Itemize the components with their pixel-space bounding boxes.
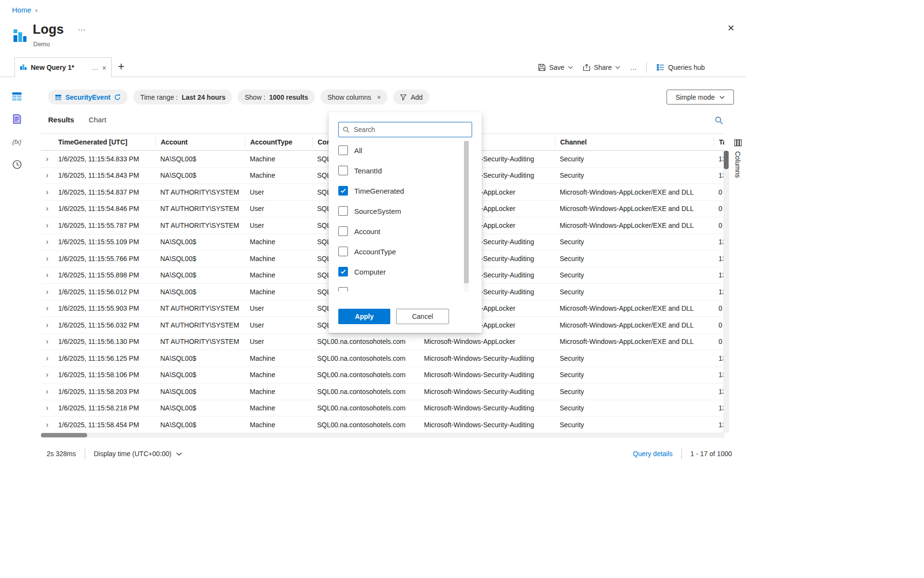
column-checkbox[interactable] <box>338 287 348 291</box>
column-options-list: All TenantId TimeGenerated SourceSystem … <box>329 140 482 291</box>
breadcrumb-home-link[interactable]: Home <box>12 6 31 14</box>
row-expand-chevron-icon[interactable]: › <box>41 204 53 213</box>
table-cell: 133 <box>714 355 724 362</box>
column-checkbox[interactable] <box>338 226 348 236</box>
search-results-icon[interactable] <box>715 116 723 127</box>
row-expand-chevron-icon[interactable]: › <box>41 387 53 396</box>
row-expand-chevron-icon[interactable]: › <box>41 321 53 329</box>
column-checkbox[interactable] <box>338 186 348 196</box>
more-actions-icon[interactable]: … <box>630 64 637 71</box>
table-cell: 1/6/2025, 11:15:55.787 PM <box>53 222 155 229</box>
tab-results[interactable]: Results <box>48 116 74 124</box>
close-page-icon[interactable]: × <box>728 22 734 34</box>
column-header[interactable]: TimeGenerated [UTC] <box>53 137 155 147</box>
table-row[interactable]: ›1/6/2025, 11:15:56.130 PMNT AUTHORITY\S… <box>41 334 724 351</box>
flyout-scrollbar-thumb[interactable] <box>464 141 469 283</box>
tab-more-menu-icon[interactable]: … <box>91 64 98 71</box>
columns-search-input[interactable] <box>354 126 468 133</box>
table-row[interactable]: ›1/6/2025, 11:15:58.218 PMNA\SQL00$Machi… <box>41 400 724 417</box>
row-expand-chevron-icon[interactable]: › <box>41 188 53 197</box>
table-cell: SQL00.na.contosohotels.com <box>312 371 419 379</box>
workspace-name: Demo <box>33 40 50 48</box>
table-cell: NT AUTHORITY\SYSTEM <box>155 338 245 345</box>
refresh-icon[interactable] <box>114 94 121 101</box>
tables-pane-button[interactable] <box>10 90 24 103</box>
row-expand-chevron-icon[interactable]: › <box>41 237 53 246</box>
columns-side-panel-tab[interactable]: Columns <box>730 139 746 178</box>
chevron-down-icon <box>719 95 725 99</box>
row-expand-chevron-icon[interactable]: › <box>41 254 53 263</box>
check-icon <box>340 269 346 274</box>
column-header[interactable]: Channel <box>555 137 714 147</box>
query-details-link[interactable]: Query details <box>633 450 672 458</box>
show-results-pill[interactable]: Show : 1000 results <box>238 90 315 105</box>
show-columns-pill[interactable]: Show columns × <box>321 90 387 105</box>
display-time-selector[interactable]: Display time (UTC+00:00) <box>94 450 182 458</box>
apply-button[interactable]: Apply <box>338 309 390 324</box>
table-cell: 1/6/2025, 11:15:55.766 PM <box>53 255 155 263</box>
table-cell: Security <box>555 171 714 179</box>
table-cell: NA\SQL00$ <box>155 404 245 412</box>
time-range-pill[interactable]: Time range : Last 24 hours <box>133 90 232 105</box>
queries-hub-button[interactable]: Queries hub <box>656 63 705 71</box>
table-selector-pill[interactable]: SecurityEvent <box>48 90 128 105</box>
column-option[interactable]: All <box>329 140 482 160</box>
table-cell: 1/6/2025, 11:15:58.203 PM <box>53 388 155 395</box>
column-option[interactable]: SourceSystem <box>329 201 482 221</box>
table-row[interactable]: ›1/6/2025, 11:15:56.125 PMNA\SQL00$Machi… <box>41 350 724 367</box>
new-tab-button[interactable]: + <box>118 60 124 73</box>
table-mini-icon <box>55 94 62 101</box>
table-row[interactable]: ›1/6/2025, 11:15:58.203 PMNA\SQL00$Machi… <box>41 383 724 400</box>
remove-show-columns-icon[interactable]: × <box>377 93 381 101</box>
column-checkbox[interactable] <box>338 267 348 276</box>
row-expand-chevron-icon[interactable]: › <box>41 304 53 313</box>
table-cell: 1/6/2025, 11:15:58.454 PM <box>53 421 155 429</box>
table-cell: 0 <box>714 304 724 312</box>
row-expand-chevron-icon[interactable]: › <box>41 370 53 379</box>
column-checkbox[interactable] <box>338 247 348 256</box>
column-header[interactable]: Account <box>155 137 245 147</box>
table-row[interactable]: ›1/6/2025, 11:15:58.106 PMNA\SQL00$Machi… <box>41 367 724 384</box>
tab-new-query-1[interactable]: New Query 1* … × <box>14 57 112 78</box>
row-expand-chevron-icon[interactable]: › <box>41 288 53 296</box>
column-option[interactable]: Computer <box>329 262 482 282</box>
column-header[interactable]: AccountType <box>245 137 312 147</box>
queries-pane-button[interactable] <box>10 112 24 126</box>
vertical-scrollbar-thumb[interactable] <box>724 151 729 169</box>
query-history-button[interactable] <box>10 158 24 171</box>
column-option[interactable]: Account <box>329 221 482 241</box>
row-expand-chevron-icon[interactable]: › <box>41 271 53 279</box>
column-checkbox[interactable] <box>338 145 348 155</box>
table-cell: Machine <box>245 404 312 412</box>
add-filter-pill[interactable]: Add <box>393 90 429 105</box>
row-expand-chevron-icon[interactable]: › <box>41 404 53 412</box>
row-expand-chevron-icon[interactable]: › <box>41 155 53 163</box>
row-expand-chevron-icon[interactable]: › <box>41 221 53 230</box>
tab-chart[interactable]: Chart <box>89 116 106 124</box>
cancel-button[interactable]: Cancel <box>396 309 449 324</box>
column-header[interactable]: Task <box>714 137 724 147</box>
column-option[interactable] <box>329 282 482 291</box>
column-option[interactable]: TenantId <box>329 160 482 181</box>
share-button[interactable]: Share <box>583 64 620 71</box>
columns-search-box[interactable] <box>338 122 472 137</box>
mode-selector[interactable]: Simple mode <box>667 90 734 105</box>
column-option[interactable]: TimeGenerated <box>329 181 482 201</box>
save-button[interactable]: Save <box>538 64 573 71</box>
table-cell: NT AUTHORITY\SYSTEM <box>155 222 245 229</box>
functions-pane-button[interactable]: {fx} <box>10 135 24 148</box>
row-expand-chevron-icon[interactable]: › <box>41 337 53 346</box>
column-option[interactable]: AccountType <box>329 241 482 262</box>
vertical-scrollbar[interactable] <box>723 151 729 433</box>
column-checkbox[interactable] <box>338 166 348 175</box>
horizontal-scrollbar[interactable] <box>41 433 724 438</box>
column-checkbox[interactable] <box>338 206 348 216</box>
tab-close-icon[interactable]: × <box>102 64 106 72</box>
table-row[interactable]: ›1/6/2025, 11:15:58.454 PMNA\SQL00$Machi… <box>41 417 724 433</box>
row-expand-chevron-icon[interactable]: › <box>41 354 53 363</box>
table-cell: Microsoft-Windows-AppLocker <box>419 338 555 345</box>
horizontal-scrollbar-thumb[interactable] <box>41 433 87 437</box>
row-expand-chevron-icon[interactable]: › <box>41 420 53 429</box>
title-more-menu-icon[interactable]: … <box>77 23 86 33</box>
row-expand-chevron-icon[interactable]: › <box>41 171 53 180</box>
